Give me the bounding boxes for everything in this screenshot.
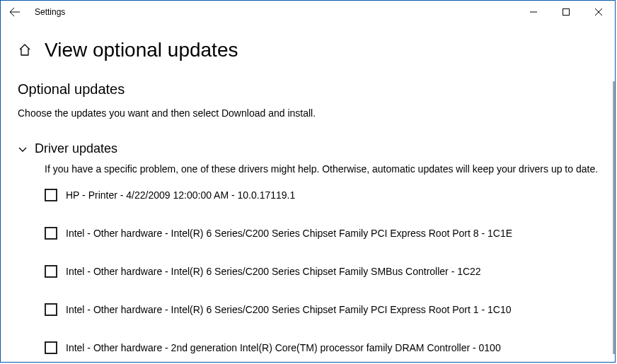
app-title: Settings [35, 7, 65, 17]
titlebar-left: Settings [5, 2, 65, 22]
update-label: HP - Printer - 4/22/2009 12:00:00 AM - 1… [66, 189, 295, 201]
section-heading: Optional updates [18, 81, 615, 98]
group-hint: If you have a specific problem, one of t… [45, 163, 615, 175]
minimize-button[interactable] [517, 1, 550, 23]
section-hint: Choose the updates you want and then sel… [18, 107, 615, 119]
update-checkbox[interactable] [45, 341, 57, 354]
window-controls [517, 1, 615, 23]
update-checkbox[interactable] [45, 303, 57, 316]
titlebar: Settings [1, 1, 615, 23]
content-area: Optional updates Choose the updates you … [1, 81, 615, 354]
maximize-icon [563, 8, 570, 16]
update-item[interactable]: Intel - Other hardware - Intel(R) 6 Seri… [45, 303, 615, 316]
chevron-down-icon [18, 144, 28, 154]
update-item[interactable]: HP - Printer - 4/22/2009 12:00:00 AM - 1… [45, 189, 615, 201]
update-label: Intel - Other hardware - 2nd generation … [66, 342, 501, 353]
update-checkbox[interactable] [45, 227, 57, 240]
update-label: Intel - Other hardware - Intel(R) 6 Seri… [66, 266, 481, 277]
update-checkbox[interactable] [45, 265, 57, 278]
group-title: Driver updates [35, 141, 117, 156]
updates-list: HP - Printer - 4/22/2009 12:00:00 AM - 1… [45, 189, 615, 354]
update-label: Intel - Other hardware - Intel(R) 6 Seri… [66, 228, 512, 239]
minimize-icon [530, 8, 537, 16]
update-label: Intel - Other hardware - Intel(R) 6 Seri… [66, 304, 511, 315]
svg-rect-0 [563, 9, 570, 16]
update-item[interactable]: Intel - Other hardware - 2nd generation … [45, 341, 615, 354]
settings-window: Settings Vie [0, 0, 616, 363]
driver-updates-toggle[interactable]: Driver updates [18, 141, 615, 156]
update-item[interactable]: Intel - Other hardware - Intel(R) 6 Seri… [45, 227, 615, 240]
home-icon[interactable] [18, 43, 32, 57]
scrollbar[interactable] [613, 81, 615, 354]
close-button[interactable] [582, 1, 615, 23]
arrow-left-icon [9, 6, 21, 18]
update-checkbox[interactable] [45, 189, 57, 201]
close-icon [595, 8, 602, 16]
page-title: View optional updates [45, 39, 238, 61]
page-header: View optional updates [1, 23, 615, 81]
maximize-button[interactable] [550, 1, 582, 23]
back-button[interactable] [5, 2, 25, 22]
update-item[interactable]: Intel - Other hardware - Intel(R) 6 Seri… [45, 265, 615, 278]
